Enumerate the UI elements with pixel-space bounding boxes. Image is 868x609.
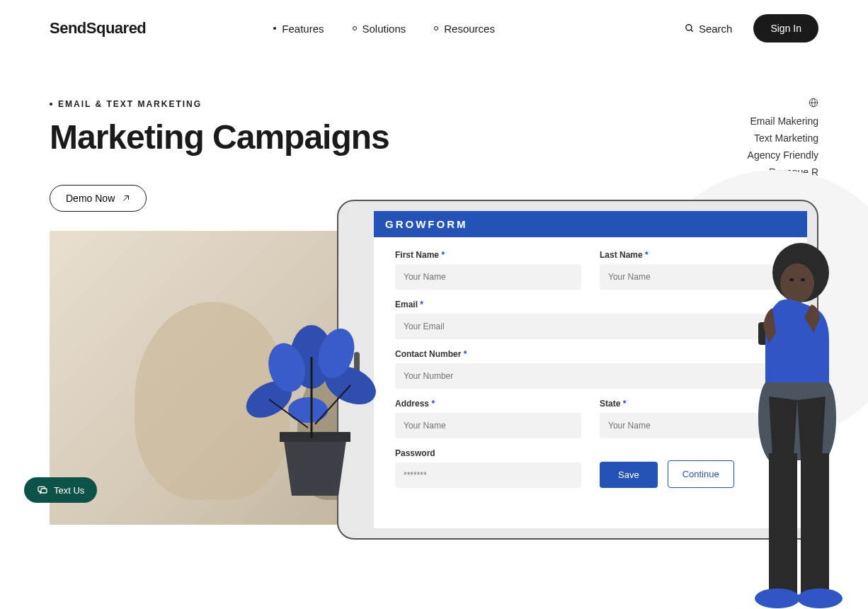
text-us-button[interactable]: Text Us (24, 477, 97, 503)
arrow-icon (122, 194, 130, 203)
main-nav: Features Solutions Resources (273, 23, 495, 35)
circle-icon (434, 26, 438, 30)
demo-label: Demo Now (66, 193, 115, 204)
svg-point-21 (288, 397, 328, 423)
svg-rect-27 (41, 489, 47, 493)
logo[interactable]: SendSquared (50, 19, 146, 38)
sidebar-link-email[interactable]: Email Makering (748, 115, 818, 127)
plant-illustration (276, 425, 354, 506)
circle-icon (353, 26, 357, 30)
svg-rect-13 (801, 453, 829, 595)
eyebrow: EMAIL & TEXT MARKETING (50, 99, 818, 109)
text-us-label: Text Us (54, 485, 84, 496)
continue-button[interactable]: Continue (668, 460, 734, 488)
search-button[interactable]: Search (685, 23, 733, 35)
save-button[interactable]: Save (600, 462, 658, 488)
globe-icon[interactable] (748, 98, 818, 110)
first-name-input[interactable] (395, 264, 581, 290)
svg-line-1 (691, 30, 693, 32)
address-label: Address * (395, 399, 581, 409)
demo-button[interactable]: Demo Now (50, 185, 147, 212)
sidebar-links: Email Makering Text Marketing Agency Fri… (748, 92, 818, 178)
site-header: SendSquared Features Solutions Resources… (0, 0, 868, 57)
svg-point-15 (797, 588, 843, 608)
nav-features[interactable]: Features (273, 23, 324, 35)
svg-point-0 (686, 25, 692, 30)
svg-point-14 (755, 588, 800, 608)
bullet-icon (50, 103, 52, 106)
search-icon (685, 23, 695, 33)
nav-label: Resources (444, 23, 495, 35)
form-title: GROWFORM (374, 211, 807, 237)
first-name-label: First Name * (395, 250, 581, 260)
svg-point-9 (801, 278, 805, 281)
nav-solutions[interactable]: Solutions (353, 23, 406, 35)
eyebrow-text: EMAIL & TEXT MARKETING (58, 99, 202, 109)
bullet-icon (273, 27, 276, 30)
page-title: Marketing Campaigns (50, 118, 818, 156)
svg-point-8 (789, 278, 794, 281)
email-label: Email * (395, 300, 786, 309)
signin-button[interactable]: Sign In (753, 14, 818, 42)
address-input[interactable] (395, 413, 581, 438)
nav-resources[interactable]: Resources (434, 23, 495, 35)
nav-label: Solutions (362, 23, 406, 35)
password-label: Password (395, 448, 581, 458)
search-label: Search (699, 23, 733, 35)
contact-input[interactable] (395, 363, 786, 389)
email-input[interactable] (395, 314, 786, 339)
chat-icon (37, 484, 48, 496)
svg-line-2 (124, 196, 129, 201)
svg-rect-12 (769, 453, 797, 595)
sidebar-link-text[interactable]: Text Marketing (748, 132, 818, 144)
sidebar-link-agency[interactable]: Agency Friendly (748, 149, 818, 161)
nav-label: Features (282, 23, 324, 35)
person-illustration (733, 241, 861, 609)
header-right: Search Sign In (685, 14, 818, 42)
svg-point-7 (780, 263, 814, 303)
password-input[interactable] (395, 462, 581, 488)
contact-label: Contact Number * (395, 349, 786, 359)
